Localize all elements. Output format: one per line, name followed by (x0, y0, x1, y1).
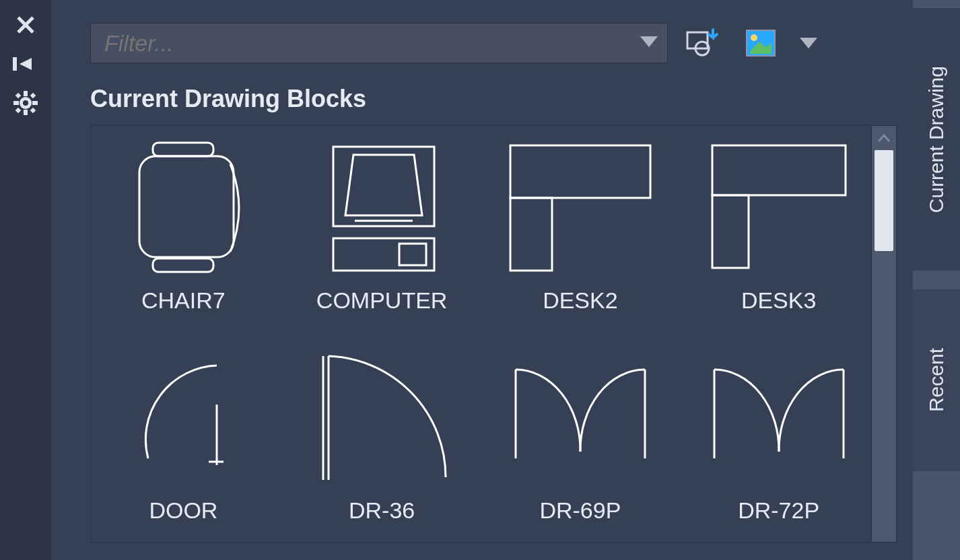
svg-point-18 (751, 34, 757, 41)
block-label: DOOR (149, 497, 217, 524)
svg-rect-11 (15, 108, 21, 113)
block-thumbnail (705, 134, 853, 282)
autohide-button[interactable] (0, 44, 51, 83)
chevron-down-icon (640, 36, 658, 47)
blocks-grid: CHAIR7 COMPUTER (90, 125, 871, 542)
svg-point-13 (23, 100, 28, 106)
tab-label: Recent (925, 348, 948, 412)
filter-dropdown-button[interactable] (640, 36, 658, 50)
tab-current-drawing[interactable]: Current Drawing (913, 8, 960, 271)
gear-icon (13, 91, 38, 115)
close-icon (15, 14, 36, 36)
block-item[interactable]: DR-36 (296, 344, 468, 542)
block-thumbnail (506, 134, 654, 282)
svg-rect-7 (13, 101, 19, 105)
block-thumbnail (308, 344, 456, 492)
block-label: DR-36 (349, 497, 415, 524)
filter-field[interactable] (90, 23, 668, 63)
svg-rect-30 (510, 198, 552, 271)
block-item[interactable]: DESK3 (693, 134, 864, 332)
svg-rect-5 (24, 91, 28, 96)
filter-input[interactable] (103, 24, 628, 63)
tab-recent[interactable]: Recent (913, 289, 960, 471)
view-options-dropdown[interactable] (797, 23, 820, 63)
svg-rect-22 (139, 156, 234, 257)
block-thumbnail (109, 134, 257, 282)
block-thumbnail (308, 134, 456, 282)
block-label: DESK2 (543, 287, 618, 314)
block-item[interactable]: DESK2 (495, 134, 666, 332)
insert-block-icon (686, 28, 722, 58)
block-thumbnail (705, 344, 853, 492)
chevron-up-icon (877, 133, 891, 143)
vertical-scrollbar[interactable] (871, 125, 897, 542)
insert-block-button[interactable] (684, 23, 724, 63)
thumbnail-view-button[interactable] (741, 23, 781, 63)
thumbnail-view-icon (746, 30, 776, 57)
scroll-thumb[interactable] (875, 150, 893, 251)
block-label: COMPUTER (316, 287, 448, 314)
settings-button[interactable] (0, 83, 51, 123)
pin-icon (13, 56, 38, 72)
block-item[interactable]: DOOR (98, 344, 269, 542)
svg-marker-14 (640, 36, 658, 47)
section-title: Current Drawing Blocks (51, 73, 913, 125)
block-label: DR-69P (539, 497, 621, 524)
svg-rect-21 (153, 143, 213, 156)
svg-rect-15 (687, 32, 708, 48)
block-label: DR-72P (738, 497, 819, 524)
svg-rect-9 (15, 93, 21, 98)
block-thumbnail (506, 344, 654, 492)
block-label: CHAIR7 (141, 287, 226, 314)
palette-tabs: Current Drawing Recent (913, 0, 960, 560)
svg-rect-12 (30, 108, 36, 113)
svg-rect-10 (30, 93, 36, 98)
svg-rect-28 (399, 244, 426, 265)
svg-rect-31 (712, 145, 846, 195)
svg-rect-29 (510, 145, 650, 198)
blocks-grid-container: CHAIR7 COMPUTER (90, 125, 897, 542)
svg-marker-25 (345, 155, 422, 215)
svg-rect-6 (24, 110, 28, 115)
svg-rect-32 (712, 195, 749, 268)
blocks-palette: Current Drawing Blocks CHAIR7 (51, 0, 913, 560)
tab-label: Current Drawing (925, 66, 948, 213)
block-item[interactable]: COMPUTER (296, 134, 468, 332)
close-button[interactable] (0, 5, 51, 44)
block-item[interactable]: DR-72P (693, 344, 864, 542)
block-item[interactable]: CHAIR7 (98, 134, 269, 332)
chevron-down-icon (800, 38, 817, 48)
svg-marker-20 (800, 38, 817, 48)
scroll-up-button[interactable] (872, 126, 896, 150)
block-item[interactable]: DR-69P (495, 344, 666, 542)
svg-rect-23 (153, 258, 213, 272)
block-label: DESK3 (741, 287, 817, 314)
palette-toolbar (51, 0, 913, 73)
svg-marker-3 (20, 58, 32, 70)
palette-left-toolbar (0, 0, 51, 560)
block-thumbnail (109, 344, 257, 492)
svg-rect-2 (13, 57, 17, 71)
svg-rect-8 (32, 101, 38, 105)
